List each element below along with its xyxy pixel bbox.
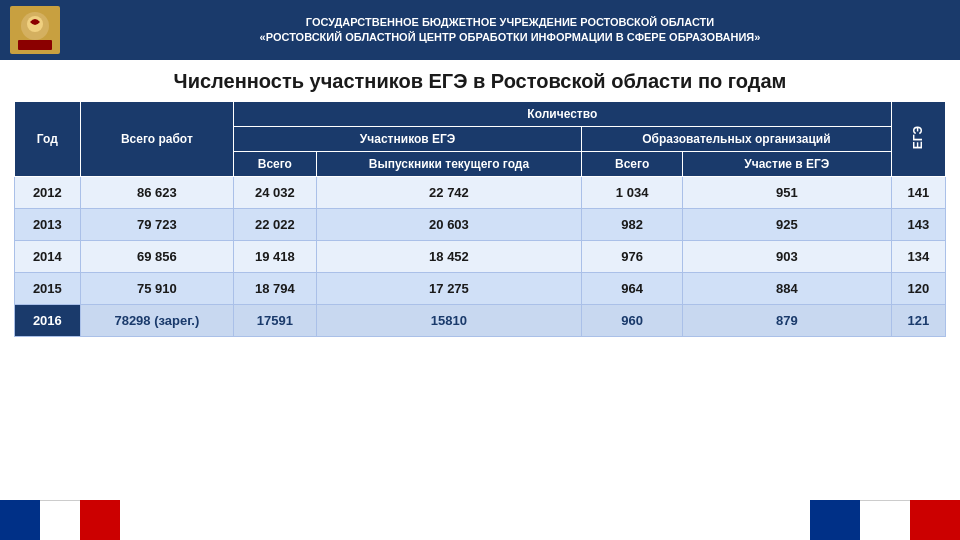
cell-god: 2015: [15, 273, 81, 305]
cell-god: 2012: [15, 177, 81, 209]
header: ГОСУДАРСТВЕННОЕ БЮДЖЕТНОЕ УЧРЕЖДЕНИЕ РОС…: [0, 0, 960, 60]
table-row: 201286 62324 03222 7421 034951141: [15, 177, 946, 209]
flag-red-left: [80, 500, 120, 540]
cell-vypuskniki: 18 452: [316, 241, 581, 273]
cell-uchastie: 884: [683, 273, 892, 305]
cell-uchastie: 879: [683, 305, 892, 337]
flag-strip-left: [0, 500, 120, 540]
header-line2: «РОСТОВСКИЙ ОБЛАСТНОЙ ЦЕНТР ОБРАБОТКИ ИН…: [70, 30, 950, 45]
flag-white: [860, 500, 910, 540]
cell-vsego-rabot: 86 623: [80, 177, 233, 209]
table-body: 201286 62324 03222 7421 034951141201379 …: [15, 177, 946, 337]
cell-vypuskniki: 17 275: [316, 273, 581, 305]
cell-vsego-rabot: 79 723: [80, 209, 233, 241]
col-obrazovatelnyh: Образовательных организаций: [582, 127, 891, 152]
cell-ege: 141: [891, 177, 945, 209]
cell-vsego-rabot: 75 910: [80, 273, 233, 305]
col-uchastnikov: Участников ЕГЭ: [234, 127, 582, 152]
header-text: ГОСУДАРСТВЕННОЕ БЮДЖЕТНОЕ УЧРЕЖДЕНИЕ РОС…: [70, 15, 950, 46]
col-vsego-uch: Всего: [234, 152, 317, 177]
col-vsego-org: Всего: [582, 152, 683, 177]
flag-strip-right: [810, 500, 960, 540]
table-row: 201379 72322 02220 603982925143: [15, 209, 946, 241]
flag-white-left: [40, 500, 80, 540]
col-uchastie: Участие в ЕГЭ: [683, 152, 892, 177]
cell-god: 2016: [15, 305, 81, 337]
cell-uchastie: 951: [683, 177, 892, 209]
col-vsego-rabot: Всего работ: [80, 102, 233, 177]
svg-rect-2: [18, 40, 52, 50]
col-vypuskniki: Выпускники текущего года: [316, 152, 581, 177]
col-ege-vertical: ЕГЭ: [891, 102, 945, 177]
page-title-bar: Численность участников ЕГЭ в Ростовской …: [0, 60, 960, 101]
cell-vsego-rabot: 69 856: [80, 241, 233, 273]
cell-vsego-uch: 24 032: [234, 177, 317, 209]
cell-vsego-uch: 18 794: [234, 273, 317, 305]
cell-vypuskniki: 15810: [316, 305, 581, 337]
cell-ege: 121: [891, 305, 945, 337]
table-container: Год Всего работ Количество ЕГЭ Участнико…: [0, 101, 960, 337]
table-row: 201575 91018 79417 275964884120: [15, 273, 946, 305]
cell-vypuskniki: 22 742: [316, 177, 581, 209]
cell-god: 2014: [15, 241, 81, 273]
cell-vsego-rabot: 78298 (зарег.): [80, 305, 233, 337]
data-table: Год Всего работ Количество ЕГЭ Участнико…: [14, 101, 946, 337]
flag-blue-left: [0, 500, 40, 540]
cell-vsego-uch: 17591: [234, 305, 317, 337]
cell-vsego-org: 960: [582, 305, 683, 337]
cell-vsego-uch: 19 418: [234, 241, 317, 273]
cell-vsego-org: 964: [582, 273, 683, 305]
table-row: 201678298 (зарег.)1759115810960879121: [15, 305, 946, 337]
col-god: Год: [15, 102, 81, 177]
cell-vsego-org: 1 034: [582, 177, 683, 209]
cell-ege: 134: [891, 241, 945, 273]
flag-blue: [810, 500, 860, 540]
cell-ege: 120: [891, 273, 945, 305]
cell-vypuskniki: 20 603: [316, 209, 581, 241]
cell-god: 2013: [15, 209, 81, 241]
table-row: 201469 85619 41818 452976903134: [15, 241, 946, 273]
cell-vsego-uch: 22 022: [234, 209, 317, 241]
cell-uchastie: 925: [683, 209, 892, 241]
page-title: Численность участников ЕГЭ в Ростовской …: [174, 70, 787, 92]
logo-icon: [10, 6, 60, 54]
flag-red: [910, 500, 960, 540]
cell-uchastie: 903: [683, 241, 892, 273]
cell-vsego-org: 976: [582, 241, 683, 273]
cell-ege: 143: [891, 209, 945, 241]
header-line1: ГОСУДАРСТВЕННОЕ БЮДЖЕТНОЕ УЧРЕЖДЕНИЕ РОС…: [70, 15, 950, 30]
col-kolichestvo: Количество: [234, 102, 892, 127]
cell-vsego-org: 982: [582, 209, 683, 241]
